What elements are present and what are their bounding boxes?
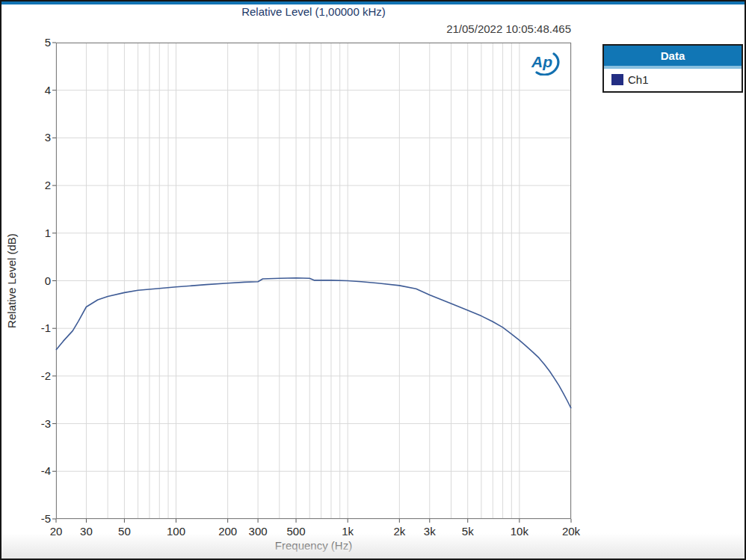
- plot-canvas: [56, 43, 571, 519]
- x-tick-label: 30: [65, 525, 107, 538]
- x-tick-label: 100: [155, 525, 197, 538]
- x-axis-title: Frequency (Hz): [56, 539, 571, 552]
- ap-logo-icon: Ap: [529, 49, 562, 76]
- chart-title: Relative Level (1,00000 kHz): [56, 5, 571, 18]
- legend-row-ch1[interactable]: Ch1: [604, 69, 742, 91]
- chart-timestamp: 21/05/2022 10:05:48.465: [56, 22, 571, 35]
- x-tick-label: 1k: [327, 525, 369, 538]
- y-tick-label: -5: [19, 512, 51, 526]
- y-tick-label: 1: [19, 227, 51, 240]
- window-accent-bar: [1, 1, 745, 4]
- y-tick-label: -1: [19, 321, 51, 335]
- series-color-swatch-icon: [611, 74, 623, 85]
- x-tick-label: 20k: [550, 525, 592, 538]
- y-tick-label: -4: [19, 464, 51, 478]
- series-curve-ch1: [56, 278, 571, 409]
- legend-box: Data Ch1: [602, 44, 743, 93]
- y-tick-label: 0: [19, 274, 51, 288]
- legend-header: Data: [604, 46, 742, 66]
- svg-text:Ap: Ap: [531, 53, 552, 70]
- y-tick-label: 5: [19, 36, 51, 49]
- x-tick-label: 10k: [499, 525, 540, 538]
- y-tick-label: 4: [19, 84, 51, 97]
- x-tick-label: 300: [237, 525, 279, 538]
- x-tick-label: 50: [103, 525, 145, 538]
- plot-area: [56, 43, 571, 519]
- y-tick-label: 3: [19, 131, 51, 144]
- x-tick-label: 3k: [409, 525, 451, 538]
- y-tick-label: -2: [19, 369, 51, 383]
- legend-series-label: Ch1: [628, 73, 649, 86]
- x-tick-label: 5k: [447, 525, 489, 538]
- y-axis-title: Relative Level (dB): [5, 229, 18, 333]
- y-tick-label: -3: [19, 417, 51, 431]
- x-tick-label: 500: [275, 525, 317, 538]
- chart-panel: Relative Level (1,00000 kHz) 21/05/2022 …: [0, 0, 746, 560]
- y-tick-label: 2: [19, 179, 51, 192]
